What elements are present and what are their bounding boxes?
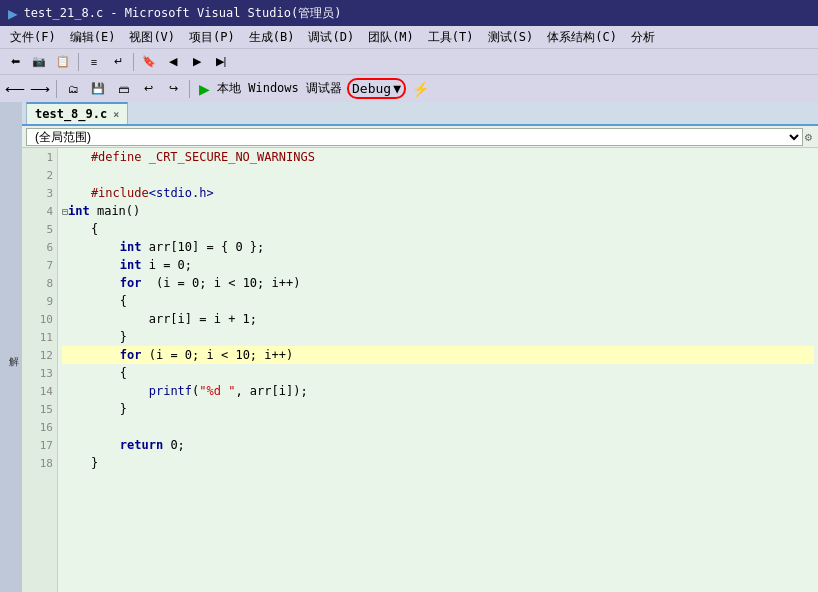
code-text-14c: , arr[i]); bbox=[235, 384, 307, 398]
code-line-9: { bbox=[62, 292, 814, 310]
code-text-1: #define _CRT_SECURE_NO_WARNINGS bbox=[62, 150, 315, 164]
code-text-7b: i = 0; bbox=[141, 258, 192, 272]
tab-close-btn[interactable]: × bbox=[113, 109, 119, 120]
toolbar2-sep2 bbox=[189, 80, 190, 98]
code-text-6b: arr[10] = { 0 }; bbox=[141, 240, 264, 254]
sidebar-tab-solution[interactable]: 解 bbox=[4, 345, 22, 353]
code-text-17a bbox=[62, 438, 120, 452]
code-line-18: } bbox=[62, 454, 814, 472]
toolbar-separator-1 bbox=[78, 53, 79, 71]
code-line-12: for (i = 0; i < 10; i++) bbox=[62, 346, 814, 364]
code-line-3: #include<stdio.h> bbox=[62, 184, 814, 202]
main-area: 解 资 源 调 工 箱 属 test_8_9.c × (全局范围) ⚙ 1 bbox=[0, 102, 818, 592]
tab-bar: test_8_9.c × bbox=[22, 102, 818, 126]
editor-tab-active[interactable]: test_8_9.c × bbox=[26, 102, 128, 124]
run-debug-btn[interactable]: ▶ bbox=[195, 81, 214, 97]
code-area[interactable]: 1 2 3 4 5 6 7 8 9 10 11 12 13 14 15 16 1… bbox=[22, 148, 818, 592]
line-num-16: 16 bbox=[22, 418, 57, 436]
kw-for-12: for bbox=[120, 348, 142, 362]
kw-for-8: for bbox=[120, 276, 142, 290]
code-line-7: int i = 0; bbox=[62, 256, 814, 274]
tab-filename: test_8_9.c bbox=[35, 107, 107, 121]
menu-tools[interactable]: 工具(T) bbox=[422, 28, 480, 47]
back-btn[interactable]: ⟵ bbox=[4, 79, 26, 99]
toolbar-btn-indent[interactable]: ↵ bbox=[107, 52, 129, 72]
toolbar-btn-align[interactable]: ≡ bbox=[83, 52, 105, 72]
line-num-18: 18 bbox=[22, 454, 57, 472]
solution-btn[interactable]: 🗂 bbox=[62, 79, 84, 99]
window-title: test_21_8.c - Microsoft Visual Studio(管理… bbox=[24, 5, 342, 22]
debug-config-label: Debug bbox=[352, 81, 391, 96]
menu-project[interactable]: 项目(P) bbox=[183, 28, 241, 47]
save-btn[interactable]: 💾 bbox=[87, 79, 109, 99]
code-line-11: } bbox=[62, 328, 814, 346]
toolbar-btn-camera[interactable]: 📷 bbox=[28, 52, 50, 72]
debug-config-dropdown[interactable]: Debug ▼ bbox=[347, 78, 406, 99]
code-line-6: int arr[10] = { 0 }; bbox=[62, 238, 814, 256]
attach-btn[interactable]: ⚡ bbox=[409, 79, 431, 99]
code-line-5: { bbox=[62, 220, 814, 238]
line-num-8: 8 bbox=[22, 274, 57, 292]
menu-team[interactable]: 团队(M) bbox=[362, 28, 420, 47]
code-text-11: } bbox=[62, 330, 127, 344]
code-text-8a bbox=[62, 276, 120, 290]
code-line-2 bbox=[62, 166, 814, 184]
code-text-7a bbox=[62, 258, 120, 272]
toolbar-separator-2 bbox=[133, 53, 134, 71]
toolbar-btn-1[interactable]: ⬅ bbox=[4, 52, 26, 72]
menu-edit[interactable]: 编辑(E) bbox=[64, 28, 122, 47]
line-num-10: 10 bbox=[22, 310, 57, 328]
code-text-10: arr[i] = i + 1; bbox=[62, 312, 257, 326]
title-bar: ▶ test_21_8.c - Microsoft Visual Studio(… bbox=[0, 0, 818, 26]
code-text-8b: (i = 0; i < 10; i++) bbox=[141, 276, 300, 290]
undo-btn[interactable]: ↩ bbox=[137, 79, 159, 99]
menu-analyze[interactable]: 分析 bbox=[625, 28, 661, 47]
code-text-18: } bbox=[62, 456, 98, 470]
kw-return-17: return bbox=[120, 438, 163, 452]
toolbar2: ⟵ ⟶ 🗂 💾 🗃 ↩ ↪ ▶ 本地 Windows 调试器 Debug ▼ ⚡ bbox=[0, 74, 818, 102]
menu-test[interactable]: 测试(S) bbox=[482, 28, 540, 47]
toolbar-btn-nav2[interactable]: ▶ bbox=[186, 52, 208, 72]
code-line-17: return 0; bbox=[62, 436, 814, 454]
debug-config-arrow: ▼ bbox=[393, 81, 401, 96]
code-text-3b: <stdio.h> bbox=[149, 186, 214, 200]
menu-architecture[interactable]: 体系结构(C) bbox=[541, 28, 623, 47]
toolbar-btn-nav3[interactable]: ▶| bbox=[210, 52, 232, 72]
code-line-14: printf("%d ", arr[i]); bbox=[62, 382, 814, 400]
toolbar-btn-bookmark[interactable]: 🔖 bbox=[138, 52, 160, 72]
redo-btn[interactable]: ↪ bbox=[162, 79, 184, 99]
code-text-14b: ( bbox=[192, 384, 199, 398]
code-content[interactable]: #define _CRT_SECURE_NO_WARNINGS #include… bbox=[58, 148, 818, 592]
debug-label: 本地 Windows 调试器 bbox=[217, 80, 342, 97]
forward-btn[interactable]: ⟶ bbox=[29, 79, 51, 99]
code-line-1: #define _CRT_SECURE_NO_WARNINGS bbox=[62, 148, 814, 166]
sidebar-tab-resource[interactable]: 资 bbox=[0, 345, 2, 353]
code-text-13: { bbox=[62, 366, 127, 380]
line-num-15: 15 bbox=[22, 400, 57, 418]
toolbar-btn-nav1[interactable]: ◀ bbox=[162, 52, 184, 72]
line-num-13: 13 bbox=[22, 364, 57, 382]
save-all-btn[interactable]: 🗃 bbox=[112, 79, 134, 99]
toolbar2-sep1 bbox=[56, 80, 57, 98]
line-num-11: 11 bbox=[22, 328, 57, 346]
code-text-5: { bbox=[62, 222, 98, 236]
menu-bar: 文件(F) 编辑(E) 视图(V) 项目(P) 生成(B) 调试(D) 团队(M… bbox=[0, 26, 818, 48]
scope-settings-icon: ⚙ bbox=[803, 130, 814, 144]
code-text-12a bbox=[62, 348, 120, 362]
scope-select[interactable]: (全局范围) bbox=[26, 128, 803, 146]
menu-file[interactable]: 文件(F) bbox=[4, 28, 62, 47]
menu-debug[interactable]: 调试(D) bbox=[302, 28, 360, 47]
menu-build[interactable]: 生成(B) bbox=[243, 28, 301, 47]
code-text-6a bbox=[62, 240, 120, 254]
line-num-9: 9 bbox=[22, 292, 57, 310]
scope-bar: (全局范围) ⚙ bbox=[22, 126, 818, 148]
line-numbers: 1 2 3 4 5 6 7 8 9 10 11 12 13 14 15 16 1… bbox=[22, 148, 58, 592]
menu-view[interactable]: 视图(V) bbox=[123, 28, 181, 47]
line-num-6: 6 bbox=[22, 238, 57, 256]
code-line-8: for (i = 0; i < 10; i++) bbox=[62, 274, 814, 292]
code-text-3a: #include bbox=[62, 186, 149, 200]
code-text-9: { bbox=[62, 294, 127, 308]
toolbar-btn-list[interactable]: 📋 bbox=[52, 52, 74, 72]
code-line-10: arr[i] = i + 1; bbox=[62, 310, 814, 328]
line-num-1: 1 bbox=[22, 148, 57, 166]
